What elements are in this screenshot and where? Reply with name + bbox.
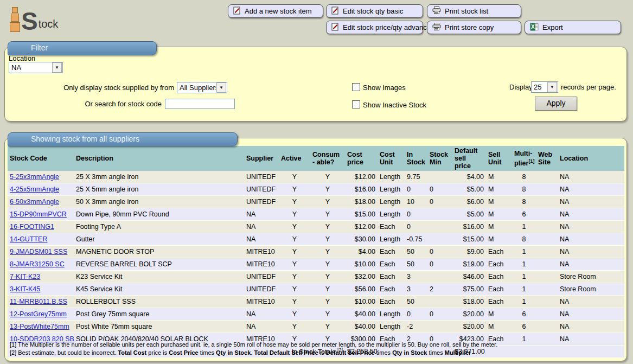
- cell-in_stock: 50: [405, 296, 427, 308]
- cell-cost_price: $12.00: [345, 221, 378, 233]
- stock-code-link[interactable]: 3-KIT-K45: [10, 285, 40, 293]
- cell-sell_unit: Each: [486, 296, 512, 308]
- stock-code-link[interactable]: 11-MRRB011.B.SS: [10, 298, 67, 305]
- export-button[interactable]: X Export: [525, 21, 621, 34]
- table-row: 6-50x3mmAngle50 X 3mm angle ironUNITEDFY…: [8, 196, 624, 208]
- show-images-checkbox[interactable]: [352, 83, 360, 91]
- cell-sell_unit: M: [486, 196, 512, 208]
- apply-button[interactable]: Apply: [535, 97, 577, 111]
- supplier-select-value: All Suppliers: [177, 84, 216, 92]
- cell-sell_unit: Each: [486, 246, 512, 258]
- filter-tab[interactable]: Filter: [8, 41, 157, 55]
- cell-web_site: [536, 321, 558, 333]
- cell-location: NA: [558, 308, 624, 321]
- cell-default_sell_price: $20.00: [452, 308, 486, 321]
- stock-code-link[interactable]: 8-JMAR31250 SC: [10, 260, 65, 268]
- location-select-value: NA: [9, 63, 52, 72]
- cell-supplier: NA: [244, 208, 279, 221]
- cell-cost_unit: Length: [378, 308, 405, 321]
- cell-multiplier: 8: [512, 183, 536, 196]
- records-per-page-label: records per page.: [561, 83, 616, 91]
- stock-code-link[interactable]: 14-GUTTER: [10, 235, 47, 243]
- cell-web_site: [536, 246, 558, 258]
- cell-default_sell_price: $16.00: [452, 221, 486, 233]
- stock-code-link[interactable]: 15-DP90mmPVCR: [10, 210, 67, 218]
- cell-stock_min: 2: [427, 283, 452, 296]
- cell-stock_min: 0: [427, 246, 452, 258]
- table-row: 14-GUTTERGutterNAYY$30.00Length-0.75$15.…: [8, 233, 624, 246]
- cell-stock_min: 0: [427, 196, 452, 208]
- cell-cost_price: $10.00: [345, 296, 378, 308]
- chevron-down-icon: ▼: [547, 82, 557, 92]
- column-header-cost_price: Costprice: [345, 146, 378, 171]
- cell-consumable: Y: [310, 283, 345, 296]
- cell-web_site: [536, 333, 558, 346]
- cell-cost_unit: Length: [378, 171, 405, 183]
- cell-multiplier: 6: [512, 308, 536, 321]
- cell-active: Y: [279, 233, 310, 246]
- cell-supplier: MITRE10: [244, 246, 279, 258]
- cell-active: Y: [279, 208, 310, 221]
- cell-web_site: [536, 308, 558, 321]
- add-stock-item-button[interactable]: Add a new stock item: [228, 4, 323, 18]
- cell-supplier: NA: [244, 221, 279, 233]
- cell-in_stock: 9.75: [405, 171, 427, 183]
- cell-cost_unit: Each: [378, 246, 405, 258]
- table-row: 7-KIT-K23K23 Service KitUNITEDFYY$32.00E…: [8, 271, 624, 283]
- cell-active: Y: [279, 196, 310, 208]
- location-label: Location: [9, 54, 35, 62]
- location-select[interactable]: NA ▼: [9, 62, 63, 73]
- cell-default_sell_price: $5.00: [452, 208, 486, 221]
- print-stock-list-button[interactable]: Print stock list: [427, 4, 521, 18]
- column-header-in_stock: InStock: [405, 146, 427, 171]
- cell-description: K45 Service Kit: [74, 283, 244, 296]
- cell-cost_price: $40.00: [345, 308, 378, 321]
- cell-multiplier: 6: [512, 208, 536, 221]
- cell-location: NA: [558, 246, 624, 258]
- cell-web_site: [536, 208, 558, 221]
- stock-code-link[interactable]: 16-FOOTING1: [10, 223, 54, 231]
- cell-stock_code: 13-PostWhite75mm: [8, 321, 74, 333]
- cell-active: Y: [279, 283, 310, 296]
- stock-table: Stock CodeDescriptionSupplierActiveConsu…: [8, 146, 624, 358]
- cell-stock_min: [427, 221, 452, 233]
- cell-multiplier: 8: [512, 233, 536, 246]
- supplier-select[interactable]: All Suppliers ▼: [177, 82, 227, 93]
- cell-cost_unit: Length: [378, 183, 405, 196]
- stock-code-search-input[interactable]: [165, 99, 235, 109]
- edit-stock-price-qty-advanced-button[interactable]: Edit stock price/qty advanced: [326, 21, 423, 34]
- logo-letter: S: [21, 10, 38, 32]
- stock-code-link[interactable]: 7-KIT-K23: [10, 273, 40, 280]
- cell-stock_code: 8-JMAR31250 SC: [8, 258, 74, 271]
- button-label: Export: [542, 23, 563, 31]
- stock-list-tab[interactable]: Showing stock from all suppliers: [8, 132, 238, 146]
- cell-web_site: [536, 271, 558, 283]
- cell-in_stock: 3: [405, 283, 427, 296]
- cell-web_site: [536, 296, 558, 308]
- cell-web_site: [536, 233, 558, 246]
- show-inactive-stock-checkbox[interactable]: [352, 100, 360, 108]
- stock-code-link[interactable]: 5-25x3mmAngle: [10, 173, 59, 181]
- stock-code-link[interactable]: 4-25x5mmAngle: [10, 186, 59, 193]
- stock-code-link[interactable]: 9-JMADSM01 SSS: [10, 248, 67, 256]
- cell-multiplier: 1: [512, 296, 536, 308]
- cell-cost_price: $18.00: [345, 196, 378, 208]
- stock-code-link[interactable]: 12-PostGrey75mm: [10, 310, 67, 318]
- cell-supplier: UNITEDF: [244, 196, 279, 208]
- cell-in_stock: -2: [405, 321, 427, 333]
- cell-cost_unit: Each: [378, 271, 405, 283]
- stock-code-link[interactable]: 6-50x3mmAngle: [10, 198, 59, 206]
- cell-consumable: Y: [310, 308, 345, 321]
- records-per-page-select[interactable]: 25 ▼: [531, 81, 558, 93]
- cell-multiplier: 1: [512, 333, 536, 346]
- table-row: 8-JMAR31250 SCREVERSE BARREL BOLT SCPMIT…: [8, 258, 624, 271]
- print-store-copy-button[interactable]: Print store copy: [427, 21, 521, 34]
- cell-in_stock: 50: [405, 246, 427, 258]
- edit-stock-qty-basic-button[interactable]: Edit stock qty basic: [326, 4, 423, 18]
- table-row: 15-DP90mmPVCRDown Pipe, 90mm PVC RoundNA…: [8, 208, 624, 221]
- column-header-description: Description: [74, 146, 244, 171]
- stock-code-link[interactable]: 13-PostWhite75mm: [10, 323, 69, 330]
- cell-description: 25 X 5mm angle iron: [74, 183, 244, 196]
- column-header-cost_unit: CostUnit: [378, 146, 405, 171]
- cell-active: Y: [279, 246, 310, 258]
